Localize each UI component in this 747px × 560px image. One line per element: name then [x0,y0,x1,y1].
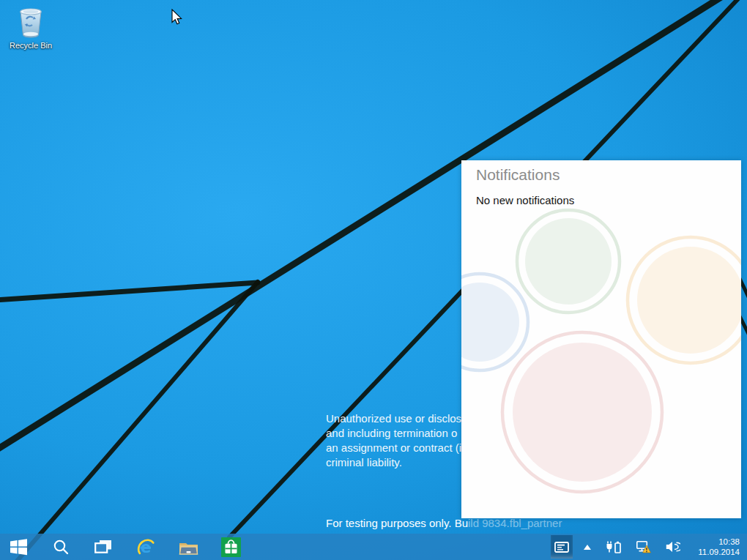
store-button[interactable] [218,534,244,560]
clock-time: 10:38 [691,537,740,547]
plug-battery-icon [606,541,622,553]
taskbar: e [0,534,747,560]
taskbar-clock[interactable]: 10:38 11.09.2014 [691,537,743,557]
search-icon [53,539,69,555]
panel-message: No new notifications [476,194,574,206]
recycle-bin-icon [16,6,45,40]
notification-circles [461,160,741,518]
build-watermark: For testing purposes only. Build 9834.fb… [326,517,562,529]
green-circle [525,218,612,305]
speaker-icon [666,541,680,553]
recycle-bin-label: Recycle Bin [4,41,57,50]
task-view-button[interactable] [90,534,116,560]
watermark-text: Unauthorized use or disclosu and includi… [326,411,467,470]
desktop: Recycle Bin Unauthorized use or disclosu… [0,0,747,560]
internet-explorer-button[interactable]: e [133,534,159,560]
orange-circle [637,247,741,354]
notifications-panel: Notifications No new notifications [461,160,741,518]
clock-date: 11.09.2014 [691,547,740,557]
task-view-icon [94,540,112,554]
message-box-icon [554,542,569,553]
network-tray-button[interactable] [633,535,655,559]
internet-explorer-icon: e [135,537,156,557]
notifications-tray-button[interactable] [551,535,573,559]
volume-tray-button[interactable] [662,535,684,559]
windows-logo-icon [10,539,27,556]
pink-circle [513,343,652,482]
panel-title: Notifications [476,166,560,184]
power-tray-button[interactable] [602,535,625,559]
start-button[interactable] [5,534,31,560]
chevron-up-icon [584,545,591,550]
folder-icon [179,540,198,555]
show-hidden-icons-button[interactable] [580,535,595,559]
blue-circle [461,283,519,362]
store-bag-icon [221,537,241,557]
network-warning-icon [636,541,651,553]
search-button[interactable] [48,534,74,560]
file-explorer-button[interactable] [175,534,201,560]
recycle-bin[interactable]: Recycle Bin [4,6,57,50]
